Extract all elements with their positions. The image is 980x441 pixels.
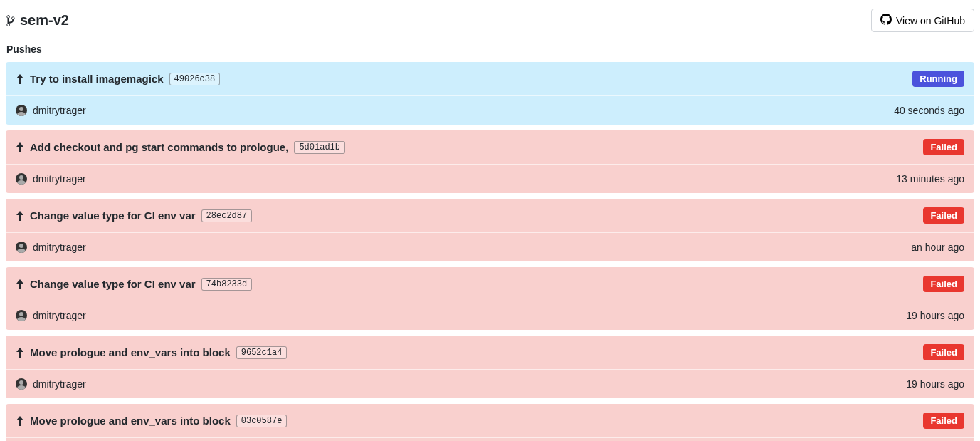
author-group[interactable]: dmitrytrager bbox=[16, 378, 86, 390]
time-ago: an hour ago bbox=[911, 242, 964, 253]
push-title-group: Change value type for CI env var 74b8233… bbox=[16, 278, 252, 291]
up-arrow-icon bbox=[16, 279, 24, 289]
github-button-label: View on GitHub bbox=[896, 15, 965, 26]
push-title-group: Add checkout and pg start commands to pr… bbox=[16, 141, 345, 154]
avatar bbox=[16, 105, 27, 116]
up-arrow-icon bbox=[16, 348, 24, 358]
push-card[interactable]: Try to install imagemagick 49026c38 Runn… bbox=[6, 62, 974, 125]
up-arrow-icon bbox=[16, 211, 24, 221]
section-title: Pushes bbox=[6, 43, 974, 55]
up-arrow-icon bbox=[16, 416, 24, 426]
push-title[interactable]: Change value type for CI env var bbox=[30, 209, 196, 222]
push-row-bottom: dmitrytrager 19 hours ago bbox=[6, 301, 974, 330]
view-on-github-button[interactable]: View on GitHub bbox=[871, 9, 974, 32]
avatar bbox=[16, 378, 27, 390]
time-ago: 40 seconds ago bbox=[894, 105, 964, 116]
git-branch-icon bbox=[6, 14, 16, 27]
author-name: dmitrytrager bbox=[33, 173, 86, 185]
time-ago: 19 hours ago bbox=[906, 310, 964, 321]
github-icon bbox=[880, 14, 892, 27]
branch-title: sem-v2 bbox=[6, 12, 69, 28]
push-row-bottom: dmitrytrager 19 hours ago bbox=[6, 437, 974, 441]
author-group[interactable]: dmitrytrager bbox=[16, 105, 86, 116]
avatar bbox=[16, 310, 27, 321]
commit-hash[interactable]: 5d01ad1b bbox=[294, 141, 345, 154]
push-title-group: Move prologue and env_vars into block 96… bbox=[16, 346, 287, 359]
push-row-top: Add checkout and pg start commands to pr… bbox=[6, 130, 974, 164]
push-row-bottom: dmitrytrager 13 minutes ago bbox=[6, 164, 974, 193]
time-ago: 19 hours ago bbox=[906, 378, 964, 390]
avatar bbox=[16, 173, 27, 185]
push-title[interactable]: Try to install imagemagick bbox=[30, 73, 164, 85]
commit-hash[interactable]: 9652c1a4 bbox=[236, 346, 288, 359]
status-badge: Failed bbox=[923, 413, 964, 429]
push-title-group: Try to install imagemagick 49026c38 bbox=[16, 73, 220, 85]
status-badge: Failed bbox=[923, 207, 964, 224]
author-group[interactable]: dmitrytrager bbox=[16, 310, 86, 321]
up-arrow-icon bbox=[16, 142, 24, 152]
author-name: dmitrytrager bbox=[33, 242, 86, 253]
author-name: dmitrytrager bbox=[33, 105, 86, 116]
author-group[interactable]: dmitrytrager bbox=[16, 173, 86, 185]
push-row-bottom: dmitrytrager an hour ago bbox=[6, 232, 974, 261]
commit-hash[interactable]: 49026c38 bbox=[169, 73, 221, 85]
author-group[interactable]: dmitrytrager bbox=[16, 242, 86, 253]
page-header: sem-v2 View on GitHub bbox=[6, 6, 974, 43]
push-card[interactable]: Move prologue and env_vars into block 03… bbox=[6, 404, 974, 441]
pushes-list: Try to install imagemagick 49026c38 Runn… bbox=[6, 62, 974, 441]
branch-name: sem-v2 bbox=[20, 12, 69, 28]
push-title-group: Change value type for CI env var 28ec2d8… bbox=[16, 209, 252, 222]
status-badge: Failed bbox=[923, 344, 964, 360]
push-row-bottom: dmitrytrager 40 seconds ago bbox=[6, 95, 974, 125]
status-badge: Failed bbox=[923, 139, 964, 155]
author-name: dmitrytrager bbox=[33, 378, 86, 390]
push-card[interactable]: Move prologue and env_vars into block 96… bbox=[6, 336, 974, 398]
push-row-top: Change value type for CI env var 28ec2d8… bbox=[6, 199, 974, 232]
time-ago: 13 minutes ago bbox=[896, 173, 964, 185]
author-name: dmitrytrager bbox=[33, 310, 86, 321]
commit-hash[interactable]: 03c0587e bbox=[236, 415, 288, 427]
push-title[interactable]: Change value type for CI env var bbox=[30, 278, 196, 290]
push-title[interactable]: Move prologue and env_vars into block bbox=[30, 415, 231, 427]
push-card[interactable]: Change value type for CI env var 74b8233… bbox=[6, 267, 974, 330]
status-badge: Running bbox=[912, 71, 964, 87]
push-row-bottom: dmitrytrager 19 hours ago bbox=[6, 369, 974, 398]
push-card[interactable]: Change value type for CI env var 28ec2d8… bbox=[6, 199, 974, 261]
avatar bbox=[16, 242, 27, 253]
up-arrow-icon bbox=[16, 74, 24, 84]
push-title[interactable]: Add checkout and pg start commands to pr… bbox=[30, 141, 288, 153]
push-row-top: Try to install imagemagick 49026c38 Runn… bbox=[6, 62, 974, 95]
status-badge: Failed bbox=[923, 276, 964, 292]
push-title-group: Move prologue and env_vars into block 03… bbox=[16, 415, 287, 427]
push-row-top: Change value type for CI env var 74b8233… bbox=[6, 267, 974, 301]
push-card[interactable]: Add checkout and pg start commands to pr… bbox=[6, 130, 974, 193]
push-row-top: Move prologue and env_vars into block 03… bbox=[6, 404, 974, 437]
push-title[interactable]: Move prologue and env_vars into block bbox=[30, 346, 231, 358]
push-row-top: Move prologue and env_vars into block 96… bbox=[6, 336, 974, 369]
commit-hash[interactable]: 28ec2d87 bbox=[201, 209, 253, 222]
commit-hash[interactable]: 74b8233d bbox=[201, 278, 253, 291]
